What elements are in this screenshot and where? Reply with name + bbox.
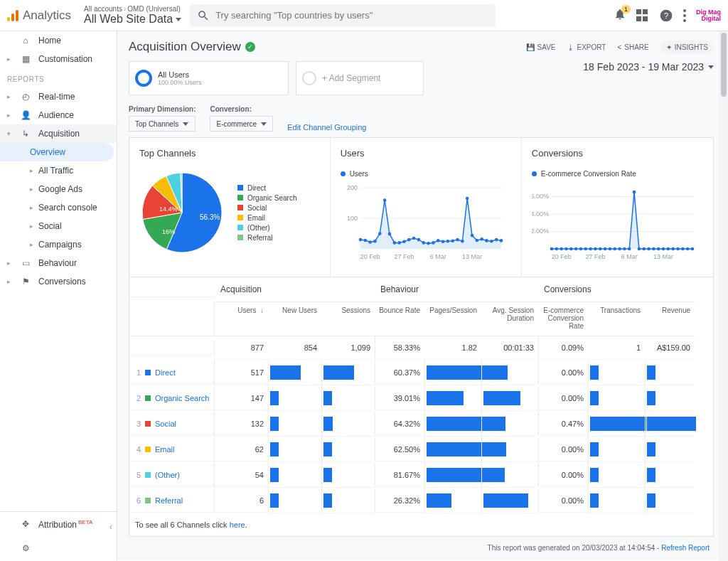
conversion-select[interactable]: E-commerce (210, 116, 273, 132)
search-bar[interactable] (190, 4, 496, 27)
dashboard-icon: ▦ (20, 53, 31, 65)
collapse-nav-button[interactable]: ‹ (109, 522, 112, 532)
legend-label: Referral (247, 234, 273, 242)
more-menu-button[interactable] (683, 9, 686, 22)
col-pps[interactable]: Pages/Session (424, 302, 481, 336)
svg-text:6.00%: 6.00% (532, 193, 549, 200)
nav-admin[interactable]: ⚙ (0, 536, 117, 560)
search-input[interactable] (215, 10, 488, 21)
nav-acquisition[interactable]: ▾↳Acquisition (0, 124, 117, 143)
svg-text:200: 200 (347, 184, 358, 191)
pie-legend: DirectOrganic SearchSocialEmail(Other)Re… (237, 182, 296, 244)
channel-link[interactable]: Email (155, 445, 175, 454)
row-trans-bar (588, 462, 645, 488)
svg-text:?: ? (664, 11, 669, 20)
gear-icon: ⚙ (20, 543, 31, 554)
row-asd-bar (481, 411, 538, 437)
acquisition-icon: ↳ (20, 128, 31, 139)
view-name: All Web Site Data (84, 13, 181, 26)
nav-audience[interactable]: ▸👤Audience (0, 106, 117, 124)
property-selector[interactable]: All accounts›OMD (Universal) All Web Sit… (84, 5, 181, 26)
nav-campaigns-label: Campaigns (38, 240, 82, 250)
legend-item: Referral (237, 234, 296, 242)
legend-item: Organic Search (237, 194, 296, 202)
channel-swatch-icon (145, 447, 151, 452)
col-new-users[interactable]: New Users (268, 302, 321, 336)
channel-swatch-icon (145, 421, 151, 427)
export-button[interactable]: ⭳EXPORT (567, 43, 606, 51)
nav-conversions[interactable]: ▸⚑Conversions (0, 272, 117, 291)
nav-acquisition-overview[interactable]: Overview (0, 143, 114, 161)
channel-link[interactable]: Social (155, 420, 176, 428)
row-users: 54 (215, 464, 268, 487)
nav-google-ads[interactable]: ▸Google Ads (0, 180, 117, 198)
table-footer: To see all 6 Channels click here. (129, 513, 713, 536)
save-button[interactable]: 💾SAVE (526, 43, 556, 51)
group-behaviour: Behaviour (375, 277, 538, 302)
share-icon: < (617, 43, 621, 51)
svg-text:6 Mar: 6 Mar (429, 253, 446, 260)
report-actions: 💾SAVE ⭳EXPORT <SHARE ✦INSIGHTS (526, 41, 714, 54)
col-ecr[interactable]: E-commerce Conversion Rate (538, 302, 588, 336)
date-range-picker[interactable]: 18 Feb 2023 - 19 Mar 2023 (583, 61, 714, 73)
nav-social[interactable]: ▸Social (0, 217, 117, 235)
row-pps-bar (424, 488, 481, 513)
analytics-logo[interactable]: Analytics (7, 9, 71, 23)
channel-link[interactable]: Direct (155, 368, 176, 377)
users-card: Users Users 10020020 Feb27 Feb6 Mar13 Ma… (331, 138, 522, 277)
left-nav: ⌂Home ▸▦Customisation REPORTS ▸◴Real-tim… (0, 31, 117, 560)
nav-social-label: Social (38, 221, 62, 231)
nav-search-console-label: Search console (38, 203, 97, 213)
nav-attribution[interactable]: ✥AttributionBETA (0, 512, 117, 536)
dot-icon (532, 171, 537, 176)
total-users: 877 (215, 336, 268, 360)
channel-link[interactable]: (Other) (155, 471, 180, 479)
row-new-users-bar (268, 462, 321, 488)
col-sessions[interactable]: Sessions (321, 302, 375, 336)
svg-text:20 Feb: 20 Feb (551, 253, 571, 260)
row-rev-bar (645, 437, 695, 462)
channel-link[interactable]: Referral (155, 496, 183, 505)
col-trans[interactable]: Transactions (588, 302, 645, 336)
row-asd-bar (481, 488, 538, 513)
help-icon[interactable]: ? (659, 9, 673, 23)
col-asd[interactable]: Avg. Session Duration (481, 302, 538, 336)
notifications-button[interactable]: 1 (614, 8, 626, 23)
account-brand[interactable]: Dig MagDigital (696, 9, 721, 22)
table-row: 4Email6262.50%0.00% (129, 437, 713, 462)
nav-customisation[interactable]: ▸▦Customisation (0, 50, 117, 68)
nav-all-traffic-label: All Traffic (38, 166, 73, 176)
nav-behaviour[interactable]: ▸▭Behaviour (0, 254, 117, 272)
primary-dimension-select[interactable]: Top Channels (129, 116, 196, 132)
col-rev[interactable]: Revenue (645, 302, 695, 336)
channel-link[interactable]: Organic Search (155, 394, 209, 402)
row-pps-bar (424, 437, 481, 462)
apps-button[interactable] (636, 9, 649, 22)
row-sessions-bar (321, 360, 375, 385)
refresh-report-link[interactable]: Refresh Report (661, 544, 710, 552)
row-rank: 2 (134, 394, 141, 402)
channel-swatch-icon (145, 498, 151, 503)
nav-campaigns[interactable]: ▸Campaigns (0, 235, 117, 254)
nav-all-traffic[interactable]: ▸All Traffic (0, 161, 117, 180)
nav-search-console[interactable]: ▸Search console (0, 198, 117, 217)
view-name-label: All Web Site Data (84, 13, 173, 26)
segment-all-users[interactable]: All Users100.00% Users (129, 61, 289, 95)
users-legend-label: Users (350, 170, 368, 178)
col-users[interactable]: Users ↓ (215, 302, 268, 336)
nav-home[interactable]: ⌂Home (0, 31, 117, 50)
row-pps-bar (424, 360, 481, 385)
add-segment-button[interactable]: + Add Segment (296, 61, 424, 95)
row-users: 132 (215, 412, 268, 436)
nav-real-time[interactable]: ▸◴Real-time (0, 87, 117, 106)
svg-text:14.4%: 14.4% (159, 205, 178, 213)
group-acquisition: Acquisition (215, 277, 375, 302)
col-bounce[interactable]: Bounce Rate (375, 302, 424, 336)
scrollbar[interactable] (719, 31, 728, 561)
table-footer-link[interactable]: here (230, 520, 245, 529)
nav-customisation-label: Customisation (38, 54, 92, 64)
row-rev-bar (645, 411, 695, 437)
share-button[interactable]: <SHARE (617, 43, 648, 51)
insights-button[interactable]: ✦INSIGHTS (660, 41, 714, 54)
edit-channel-grouping-link[interactable]: Edit Channel Grouping (287, 123, 366, 132)
